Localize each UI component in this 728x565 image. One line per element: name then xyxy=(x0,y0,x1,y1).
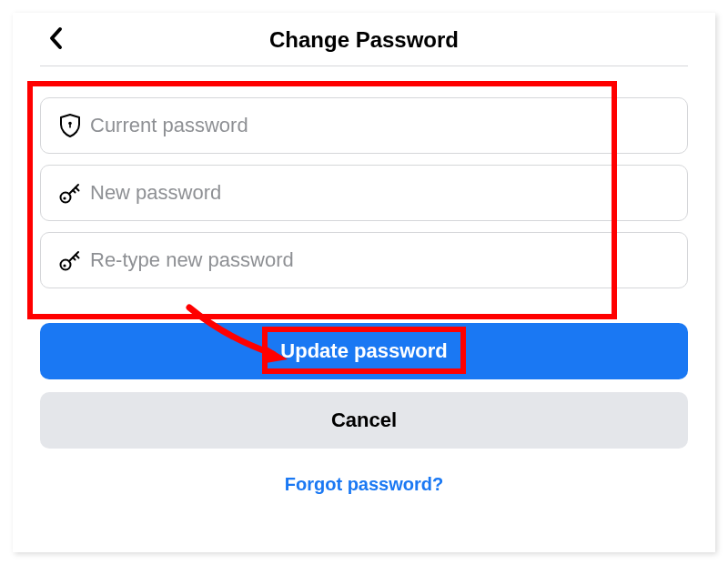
new-password-input[interactable] xyxy=(90,181,671,205)
back-button[interactable] xyxy=(47,25,66,55)
current-password-input[interactable] xyxy=(90,114,671,137)
svg-rect-2 xyxy=(69,125,71,128)
forgot-password-link[interactable]: Forgot password? xyxy=(40,474,688,495)
retype-password-row[interactable] xyxy=(40,232,688,288)
change-password-screen: Change Password xyxy=(13,13,715,552)
svg-line-7 xyxy=(73,190,76,193)
new-password-row[interactable] xyxy=(40,165,688,221)
key-icon xyxy=(57,180,90,206)
key-icon xyxy=(57,247,90,273)
update-password-button[interactable]: Update password xyxy=(40,323,688,379)
svg-line-6 xyxy=(76,187,79,191)
page-title: Change Password xyxy=(40,27,688,53)
update-password-label: Update password xyxy=(280,339,447,362)
header: Change Password xyxy=(40,22,688,66)
svg-line-11 xyxy=(76,255,79,258)
cancel-button[interactable]: Cancel xyxy=(40,392,688,449)
cancel-label: Cancel xyxy=(331,409,397,431)
shield-lock-icon xyxy=(57,113,90,138)
form-area: Update password Cancel Forgot password? xyxy=(40,97,688,495)
current-password-row[interactable] xyxy=(40,97,688,154)
retype-password-input[interactable] xyxy=(90,248,671,272)
svg-point-9 xyxy=(63,264,66,267)
svg-point-4 xyxy=(63,197,66,199)
svg-line-12 xyxy=(73,257,76,260)
chevron-left-icon xyxy=(47,25,66,55)
